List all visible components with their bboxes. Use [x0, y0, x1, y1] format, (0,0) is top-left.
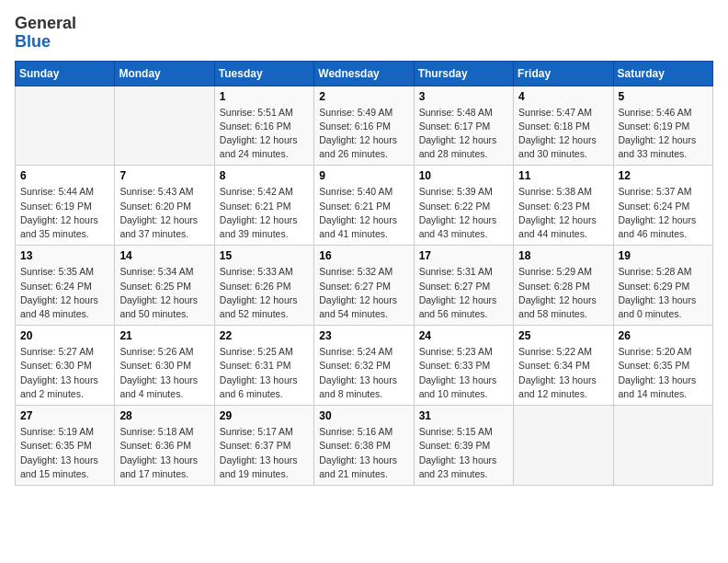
day-info: Sunrise: 5:47 AM Sunset: 6:18 PM Dayligh…: [518, 106, 608, 162]
calendar-day-cell: 19Sunrise: 5:28 AM Sunset: 6:29 PM Dayli…: [613, 246, 712, 326]
logo: General Blue: [15, 15, 76, 52]
calendar-day-cell: 11Sunrise: 5:38 AM Sunset: 6:23 PM Dayli…: [514, 166, 613, 246]
day-number: 7: [119, 169, 209, 182]
calendar-day-cell: 15Sunrise: 5:33 AM Sunset: 6:26 PM Dayli…: [214, 246, 313, 326]
day-number: 8: [220, 169, 309, 182]
day-number: 16: [319, 249, 408, 262]
day-info: Sunrise: 5:44 AM Sunset: 6:19 PM Dayligh…: [20, 185, 109, 241]
day-info: Sunrise: 5:37 AM Sunset: 6:24 PM Dayligh…: [619, 185, 708, 241]
logo-text-general: General: [15, 15, 76, 33]
calendar-day-cell: 2Sunrise: 5:49 AM Sunset: 6:16 PM Daylig…: [314, 86, 414, 166]
day-number: 9: [319, 169, 408, 182]
calendar-week-row: 1Sunrise: 5:51 AM Sunset: 6:16 PM Daylig…: [16, 86, 713, 166]
calendar-day-cell: [514, 406, 613, 486]
logo-text-blue: Blue: [15, 33, 76, 52]
calendar-day-cell: 26Sunrise: 5:20 AM Sunset: 6:35 PM Dayli…: [613, 326, 712, 406]
day-info: Sunrise: 5:26 AM Sunset: 6:30 PM Dayligh…: [119, 345, 209, 401]
calendar-header-cell: Wednesday: [314, 61, 414, 86]
day-info: Sunrise: 5:17 AM Sunset: 6:37 PM Dayligh…: [220, 425, 309, 481]
day-info: Sunrise: 5:39 AM Sunset: 6:22 PM Dayligh…: [419, 185, 508, 241]
day-info: Sunrise: 5:27 AM Sunset: 6:30 PM Dayligh…: [20, 345, 109, 401]
day-info: Sunrise: 5:49 AM Sunset: 6:16 PM Dayligh…: [319, 106, 408, 162]
day-info: Sunrise: 5:42 AM Sunset: 6:21 PM Dayligh…: [220, 185, 309, 241]
day-number: 18: [518, 249, 608, 262]
day-info: Sunrise: 5:51 AM Sunset: 6:16 PM Dayligh…: [220, 106, 309, 162]
page-header: General Blue: [15, 15, 713, 52]
calendar-day-cell: 31Sunrise: 5:15 AM Sunset: 6:39 PM Dayli…: [414, 406, 513, 486]
day-number: 4: [518, 90, 608, 103]
calendar-day-cell: 13Sunrise: 5:35 AM Sunset: 6:24 PM Dayli…: [16, 246, 115, 326]
day-number: 29: [220, 409, 309, 422]
calendar-day-cell: [16, 86, 115, 166]
calendar-day-cell: 22Sunrise: 5:25 AM Sunset: 6:31 PM Dayli…: [214, 326, 313, 406]
calendar-day-cell: [115, 86, 214, 166]
day-number: 21: [119, 329, 209, 342]
calendar-day-cell: 7Sunrise: 5:43 AM Sunset: 6:20 PM Daylig…: [115, 166, 214, 246]
day-info: Sunrise: 5:20 AM Sunset: 6:35 PM Dayligh…: [619, 345, 708, 401]
day-info: Sunrise: 5:16 AM Sunset: 6:38 PM Dayligh…: [319, 425, 408, 481]
day-number: 15: [220, 249, 309, 262]
calendar-day-cell: 5Sunrise: 5:46 AM Sunset: 6:19 PM Daylig…: [613, 86, 712, 166]
calendar-day-cell: 9Sunrise: 5:40 AM Sunset: 6:21 PM Daylig…: [314, 166, 414, 246]
day-info: Sunrise: 5:46 AM Sunset: 6:19 PM Dayligh…: [619, 106, 708, 162]
day-info: Sunrise: 5:18 AM Sunset: 6:36 PM Dayligh…: [119, 425, 209, 481]
calendar-header-row: SundayMondayTuesdayWednesdayThursdayFrid…: [16, 61, 713, 86]
calendar-day-cell: 8Sunrise: 5:42 AM Sunset: 6:21 PM Daylig…: [214, 166, 313, 246]
day-info: Sunrise: 5:40 AM Sunset: 6:21 PM Dayligh…: [319, 185, 408, 241]
day-info: Sunrise: 5:35 AM Sunset: 6:24 PM Dayligh…: [20, 265, 109, 321]
calendar-table: SundayMondayTuesdayWednesdayThursdayFrid…: [15, 61, 713, 486]
calendar-day-cell: 18Sunrise: 5:29 AM Sunset: 6:28 PM Dayli…: [514, 246, 613, 326]
day-number: 6: [20, 169, 109, 182]
day-number: 31: [419, 409, 508, 422]
calendar-day-cell: 10Sunrise: 5:39 AM Sunset: 6:22 PM Dayli…: [414, 166, 513, 246]
calendar-week-row: 13Sunrise: 5:35 AM Sunset: 6:24 PM Dayli…: [16, 246, 713, 326]
calendar-day-cell: [613, 406, 712, 486]
day-info: Sunrise: 5:15 AM Sunset: 6:39 PM Dayligh…: [419, 425, 508, 481]
calendar-header-cell: Monday: [115, 61, 214, 86]
calendar-day-cell: 4Sunrise: 5:47 AM Sunset: 6:18 PM Daylig…: [514, 86, 613, 166]
day-number: 10: [419, 169, 508, 182]
day-number: 28: [119, 409, 209, 422]
calendar-day-cell: 16Sunrise: 5:32 AM Sunset: 6:27 PM Dayli…: [314, 246, 414, 326]
calendar-header-cell: Saturday: [613, 61, 712, 86]
day-number: 24: [419, 329, 508, 342]
day-number: 13: [20, 249, 109, 262]
calendar-day-cell: 30Sunrise: 5:16 AM Sunset: 6:38 PM Dayli…: [314, 406, 414, 486]
calendar-day-cell: 23Sunrise: 5:24 AM Sunset: 6:32 PM Dayli…: [314, 326, 414, 406]
calendar-week-row: 27Sunrise: 5:19 AM Sunset: 6:35 PM Dayli…: [16, 406, 713, 486]
calendar-header-cell: Sunday: [16, 61, 115, 86]
day-number: 14: [119, 249, 209, 262]
calendar-day-cell: 20Sunrise: 5:27 AM Sunset: 6:30 PM Dayli…: [16, 326, 115, 406]
calendar-day-cell: 27Sunrise: 5:19 AM Sunset: 6:35 PM Dayli…: [16, 406, 115, 486]
calendar-header-cell: Tuesday: [214, 61, 313, 86]
day-number: 22: [220, 329, 309, 342]
day-info: Sunrise: 5:48 AM Sunset: 6:17 PM Dayligh…: [419, 106, 508, 162]
calendar-day-cell: 25Sunrise: 5:22 AM Sunset: 6:34 PM Dayli…: [514, 326, 613, 406]
day-number: 1: [220, 90, 309, 103]
day-number: 12: [619, 169, 708, 182]
calendar-day-cell: 12Sunrise: 5:37 AM Sunset: 6:24 PM Dayli…: [613, 166, 712, 246]
day-number: 20: [20, 329, 109, 342]
calendar-header-cell: Thursday: [414, 61, 513, 86]
day-info: Sunrise: 5:33 AM Sunset: 6:26 PM Dayligh…: [220, 265, 309, 321]
day-number: 17: [419, 249, 508, 262]
day-info: Sunrise: 5:29 AM Sunset: 6:28 PM Dayligh…: [518, 265, 608, 321]
calendar-day-cell: 28Sunrise: 5:18 AM Sunset: 6:36 PM Dayli…: [115, 406, 214, 486]
calendar-header: SundayMondayTuesdayWednesdayThursdayFrid…: [16, 61, 713, 86]
day-info: Sunrise: 5:32 AM Sunset: 6:27 PM Dayligh…: [319, 265, 408, 321]
calendar-day-cell: 6Sunrise: 5:44 AM Sunset: 6:19 PM Daylig…: [16, 166, 115, 246]
calendar-day-cell: 24Sunrise: 5:23 AM Sunset: 6:33 PM Dayli…: [414, 326, 513, 406]
day-number: 2: [319, 90, 408, 103]
day-number: 19: [619, 249, 708, 262]
day-number: 5: [619, 90, 708, 103]
day-info: Sunrise: 5:31 AM Sunset: 6:27 PM Dayligh…: [419, 265, 508, 321]
calendar-day-cell: 14Sunrise: 5:34 AM Sunset: 6:25 PM Dayli…: [115, 246, 214, 326]
calendar-body: 1Sunrise: 5:51 AM Sunset: 6:16 PM Daylig…: [16, 86, 713, 485]
calendar-header-cell: Friday: [514, 61, 613, 86]
day-info: Sunrise: 5:19 AM Sunset: 6:35 PM Dayligh…: [20, 425, 109, 481]
day-info: Sunrise: 5:38 AM Sunset: 6:23 PM Dayligh…: [518, 185, 608, 241]
day-number: 3: [419, 90, 508, 103]
day-info: Sunrise: 5:24 AM Sunset: 6:32 PM Dayligh…: [319, 345, 408, 401]
day-number: 26: [619, 329, 708, 342]
calendar-week-row: 20Sunrise: 5:27 AM Sunset: 6:30 PM Dayli…: [16, 326, 713, 406]
